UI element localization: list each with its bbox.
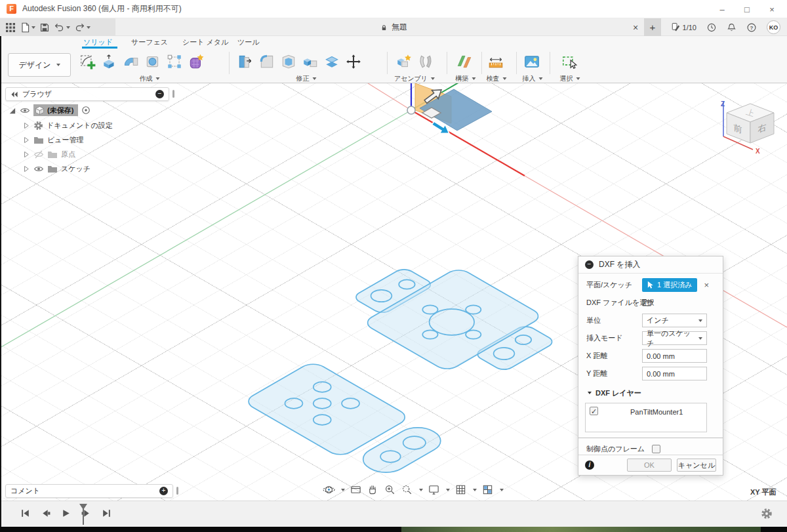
tab-sheet-metal[interactable]: シート メタル bbox=[182, 37, 228, 47]
browser-root-row[interactable]: (未保存) bbox=[8, 104, 91, 117]
split-body-button[interactable] bbox=[321, 51, 342, 73]
group-inspect[interactable]: 検査 bbox=[487, 74, 507, 83]
extrude-button[interactable] bbox=[99, 51, 119, 73]
expand-arrow-icon[interactable] bbox=[22, 150, 30, 159]
insert-mode-select[interactable]: 単一のスケッチ bbox=[642, 331, 707, 345]
skip-end-icon[interactable] bbox=[101, 508, 112, 519]
save-button[interactable] bbox=[39, 22, 50, 33]
unit-select[interactable]: インチ bbox=[642, 314, 707, 327]
undo-button[interactable] bbox=[54, 22, 70, 32]
grid-icon[interactable] bbox=[454, 483, 467, 496]
tab-tools[interactable]: ツール bbox=[237, 37, 260, 47]
combine-button[interactable] bbox=[300, 51, 320, 73]
info-icon[interactable]: i bbox=[585, 460, 594, 470]
group-construct[interactable]: 構築 bbox=[456, 74, 476, 83]
browser-item-document-settings[interactable]: ドキュメントの設定 bbox=[22, 119, 113, 132]
expand-arrow-icon[interactable] bbox=[22, 136, 30, 144]
group-create[interactable]: 作成 bbox=[140, 74, 160, 83]
chevron-down-icon[interactable] bbox=[446, 489, 450, 491]
dxf-layer-list[interactable]: ✓ PanTiltMounter1 bbox=[585, 403, 707, 432]
select-button[interactable] bbox=[559, 51, 579, 73]
root-document-chip[interactable]: (未保存) bbox=[33, 104, 78, 116]
comments-bar[interactable]: コメント + bbox=[5, 484, 173, 498]
browser-item-view-management[interactable]: ビュー管理 bbox=[22, 133, 84, 146]
group-modify[interactable]: 修正 bbox=[296, 74, 317, 83]
sweep-button[interactable] bbox=[121, 51, 141, 73]
browser-item-sketches[interactable]: スケッチ bbox=[22, 162, 91, 175]
timeline-marker[interactable] bbox=[79, 503, 88, 525]
new-tab-button[interactable]: + bbox=[644, 18, 661, 36]
create-form-button[interactable] bbox=[186, 51, 206, 73]
panel-drag-handle[interactable] bbox=[176, 487, 178, 495]
ok-button[interactable]: OK bbox=[627, 459, 672, 472]
browser-item-origin[interactable]: 原点 bbox=[22, 148, 75, 161]
minus-circle-icon[interactable]: − bbox=[585, 260, 594, 269]
chevron-down-icon[interactable] bbox=[473, 489, 477, 491]
move-button[interactable] bbox=[343, 51, 363, 73]
maximize-button[interactable]: □ bbox=[735, 5, 759, 14]
play-icon[interactable] bbox=[60, 508, 71, 519]
bell-icon[interactable] bbox=[727, 22, 737, 33]
open-folder-icon[interactable] bbox=[642, 298, 654, 308]
close-button[interactable]: × bbox=[759, 5, 784, 14]
zoom-icon[interactable] bbox=[384, 483, 396, 496]
minimize-button[interactable]: – bbox=[710, 5, 735, 14]
tab-surface[interactable]: サーフェス bbox=[131, 37, 168, 47]
pan-icon[interactable] bbox=[367, 483, 379, 496]
new-component-button[interactable] bbox=[394, 51, 414, 73]
dialog-header[interactable]: − DXF を挿入 bbox=[578, 256, 723, 274]
layer-checkbox[interactable]: ✓ bbox=[590, 407, 598, 415]
create-sketch-button[interactable] bbox=[77, 51, 98, 73]
panel-drag-handle[interactable] bbox=[172, 90, 174, 98]
job-status-button[interactable]: 1/10 bbox=[671, 22, 696, 32]
group-assembly[interactable]: アセンブリ bbox=[394, 74, 435, 83]
eye-slash-icon[interactable] bbox=[33, 150, 44, 159]
expand-collapse-icon[interactable] bbox=[8, 106, 16, 115]
close-document-button[interactable]: × bbox=[628, 18, 643, 36]
help-icon[interactable]: ? bbox=[746, 22, 757, 33]
activate-radio-icon[interactable] bbox=[81, 106, 91, 115]
eye-icon[interactable] bbox=[33, 165, 44, 173]
expand-arrow-icon[interactable] bbox=[22, 165, 30, 173]
redo-button[interactable] bbox=[74, 22, 91, 32]
press-pull-button[interactable] bbox=[235, 51, 255, 73]
workspace-selector[interactable]: デザイン bbox=[8, 53, 71, 77]
insert-button[interactable] bbox=[521, 51, 542, 73]
browser-panel-header[interactable]: ブラウザ − bbox=[5, 87, 169, 101]
document-tab[interactable]: 無題 bbox=[380, 18, 407, 36]
expand-arrow-icon[interactable] bbox=[22, 121, 30, 130]
orbit-icon[interactable] bbox=[323, 483, 335, 496]
tab-solid[interactable]: ソリッド bbox=[83, 37, 113, 47]
chevron-down-icon[interactable] bbox=[341, 489, 345, 491]
gear-icon[interactable] bbox=[761, 508, 773, 520]
group-insert[interactable]: 挿入 bbox=[523, 74, 543, 83]
shell-button[interactable] bbox=[278, 51, 298, 73]
eye-icon[interactable] bbox=[20, 106, 30, 115]
display-settings-icon[interactable] bbox=[428, 483, 440, 496]
chevron-down-icon[interactable] bbox=[500, 489, 504, 491]
clock-icon[interactable] bbox=[706, 22, 717, 33]
construction-plane-button[interactable] bbox=[454, 51, 474, 73]
zoom-window-icon[interactable] bbox=[401, 483, 413, 496]
measure-button[interactable] bbox=[485, 51, 506, 73]
pattern-button[interactable] bbox=[164, 51, 184, 73]
step-back-icon[interactable] bbox=[40, 508, 51, 519]
avatar[interactable]: KO bbox=[767, 20, 780, 34]
joint-button[interactable] bbox=[415, 51, 435, 73]
look-at-icon[interactable] bbox=[350, 483, 362, 496]
group-select[interactable]: 選択 bbox=[560, 74, 580, 83]
view-cube[interactable]: Z X 上 前 右 bbox=[715, 100, 787, 162]
fillet-button[interactable] bbox=[256, 51, 277, 73]
file-menu-button[interactable] bbox=[20, 22, 35, 33]
app-grid-icon[interactable] bbox=[5, 22, 16, 33]
plus-circle-icon[interactable]: + bbox=[159, 487, 168, 495]
minus-circle-icon[interactable]: − bbox=[155, 90, 164, 98]
collapse-icon[interactable] bbox=[10, 91, 18, 98]
revolve-button[interactable] bbox=[142, 51, 163, 73]
y-distance-input[interactable] bbox=[642, 367, 707, 380]
selection-button[interactable]: 1 選択済み bbox=[642, 278, 697, 292]
chevron-down-icon[interactable] bbox=[419, 489, 423, 491]
x-distance-input[interactable] bbox=[642, 349, 707, 363]
viewports-icon[interactable] bbox=[481, 483, 494, 496]
skip-start-icon[interactable] bbox=[20, 508, 31, 519]
